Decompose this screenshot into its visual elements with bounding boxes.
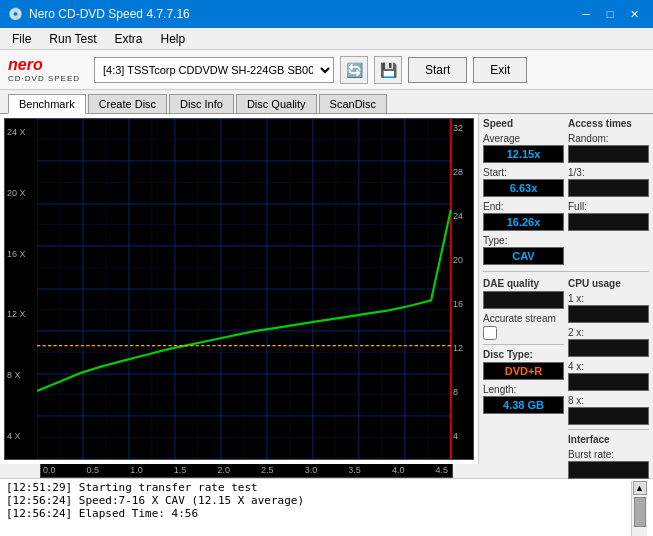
minimize-button[interactable]: ─ <box>575 5 597 23</box>
title-bar-controls: ─ □ ✕ <box>575 5 645 23</box>
accurate-stream-row <box>483 326 564 340</box>
toolbar: nero CD·DVD SPEED [4:3] TSSTcorp CDDVDW … <box>0 50 653 90</box>
scroll-thumb[interactable] <box>634 497 646 527</box>
chart-svg-container <box>37 119 453 459</box>
log-scrollbar: ▲ ▼ <box>631 481 647 536</box>
y-right-16: 16 <box>453 299 473 309</box>
y-axis-left: 24 X 20 X 16 X 12 X 8 X 4 X <box>5 119 37 459</box>
start-button[interactable]: Start <box>408 57 467 83</box>
full-label: Full: <box>568 201 649 212</box>
end-label: End: <box>483 201 564 212</box>
logo-subtitle: CD·DVD SPEED <box>8 74 80 83</box>
y-right-32: 32 <box>453 123 473 133</box>
y-label-8: 8 X <box>7 370 35 380</box>
dae-value <box>483 291 564 309</box>
drive-selector[interactable]: [4:3] TSSTcorp CDDVDW SH-224GB SB00 <box>94 57 334 83</box>
x-0.0: 0.0 <box>43 465 56 475</box>
app-logo: nero CD·DVD SPEED <box>8 56 80 83</box>
access-times-title: Access times <box>568 118 649 129</box>
log-area: [12:51:29] Starting transfer rate test [… <box>0 478 653 536</box>
x-4.5: 4.5 <box>435 465 448 475</box>
cpu-2x-value <box>568 339 649 357</box>
x-2.0: 2.0 <box>217 465 230 475</box>
app-title: Nero CD-DVD Speed 4.7.7.16 <box>29 7 190 21</box>
burst-rate-label: Burst rate: <box>568 449 649 460</box>
menu-help[interactable]: Help <box>153 29 194 49</box>
y-label-24: 24 X <box>7 127 35 137</box>
log-line-2: [12:56:24] Speed:7-16 X CAV (12.15 X ave… <box>6 494 631 507</box>
type-label: Type: <box>483 235 564 246</box>
y-label-12: 12 X <box>7 309 35 319</box>
speed-column: Speed Average 12.15x Start: 6.63x End: 1… <box>483 118 564 265</box>
divider-3 <box>568 429 649 430</box>
x-1.5: 1.5 <box>174 465 187 475</box>
menu-file[interactable]: File <box>4 29 39 49</box>
x-3.5: 3.5 <box>348 465 361 475</box>
cpu-4x-value <box>568 373 649 391</box>
title-bar-left: 💿 Nero CD-DVD Speed 4.7.7.16 <box>8 7 190 21</box>
cpu-1x-value <box>568 305 649 323</box>
disc-type-value: DVD+R <box>483 362 564 380</box>
menu-run-test[interactable]: Run Test <box>41 29 104 49</box>
x-1.0: 1.0 <box>130 465 143 475</box>
chart-svg <box>37 119 453 459</box>
cpu-8x-value <box>568 407 649 425</box>
close-button[interactable]: ✕ <box>623 5 645 23</box>
tab-benchmark[interactable]: Benchmark <box>8 94 86 114</box>
cpu-8x-label: 8 x: <box>568 395 649 406</box>
start-label: Start: <box>483 167 564 178</box>
cpu-4x-label: 4 x: <box>568 361 649 372</box>
tab-disc-quality[interactable]: Disc Quality <box>236 94 317 113</box>
main-content: 24 X 20 X 16 X 12 X 8 X 4 X <box>0 114 653 464</box>
divider-2 <box>483 344 564 345</box>
divider-1 <box>483 271 649 272</box>
x-0.5: 0.5 <box>87 465 100 475</box>
start-value: 6.63x <box>483 179 564 197</box>
type-value: CAV <box>483 247 564 265</box>
dae-disc-column: DAE quality Accurate stream Disc Type: D… <box>483 278 564 479</box>
right-panel: Speed Average 12.15x Start: 6.63x End: 1… <box>478 114 653 464</box>
log-line-1: [12:51:29] Starting transfer rate test <box>6 481 631 494</box>
cpu-1x-label: 1 x: <box>568 293 649 304</box>
access-times-column: Access times Random: 1/3: Full: <box>568 118 649 265</box>
chart-container: 24 X 20 X 16 X 12 X 8 X 4 X <box>4 118 474 460</box>
exit-button[interactable]: Exit <box>473 57 527 83</box>
accurate-stream-label: Accurate stream <box>483 313 564 324</box>
y-label-20: 20 X <box>7 188 35 198</box>
y-axis-right: 32 28 24 20 16 12 8 4 <box>453 119 473 459</box>
menu-bar: File Run Test Extra Help <box>0 28 653 50</box>
length-label: Length: <box>483 384 564 395</box>
end-value: 16.26x <box>483 213 564 231</box>
tab-create-disc[interactable]: Create Disc <box>88 94 167 113</box>
tab-scan-disc[interactable]: ScanDisc <box>319 94 387 113</box>
one-third-value <box>568 179 649 197</box>
tab-disc-info[interactable]: Disc Info <box>169 94 234 113</box>
cpu-usage-column: CPU usage 1 x: 2 x: 4 x: 8 x: Interface … <box>568 278 649 479</box>
full-value <box>568 213 649 231</box>
random-value <box>568 145 649 163</box>
save-icon[interactable]: 💾 <box>374 56 402 84</box>
menu-extra[interactable]: Extra <box>106 29 150 49</box>
x-4.0: 4.0 <box>392 465 405 475</box>
one-third-label: 1/3: <box>568 167 649 178</box>
y-label-16: 16 X <box>7 249 35 259</box>
title-bar: 💿 Nero CD-DVD Speed 4.7.7.16 ─ □ ✕ <box>0 0 653 28</box>
y-right-20: 20 <box>453 255 473 265</box>
x-axis: 0.0 0.5 1.0 1.5 2.0 2.5 3.0 3.5 4.0 4.5 <box>40 464 453 478</box>
x-3.0: 3.0 <box>305 465 318 475</box>
mid-stats-row: DAE quality Accurate stream Disc Type: D… <box>483 278 649 479</box>
accurate-stream-checkbox[interactable] <box>483 326 497 340</box>
scroll-up-button[interactable]: ▲ <box>633 481 647 495</box>
maximize-button[interactable]: □ <box>599 5 621 23</box>
cpu-2x-label: 2 x: <box>568 327 649 338</box>
log-text: [12:51:29] Starting transfer rate test [… <box>6 481 631 536</box>
disc-type-title: Disc Type: <box>483 349 564 360</box>
tab-bar: Benchmark Create Disc Disc Info Disc Qua… <box>0 90 653 114</box>
y-right-8: 8 <box>453 387 473 397</box>
y-right-24: 24 <box>453 211 473 221</box>
app-icon: 💿 <box>8 7 23 21</box>
y-right-28: 28 <box>453 167 473 177</box>
x-2.5: 2.5 <box>261 465 274 475</box>
random-label: Random: <box>568 133 649 144</box>
reload-icon[interactable]: 🔄 <box>340 56 368 84</box>
